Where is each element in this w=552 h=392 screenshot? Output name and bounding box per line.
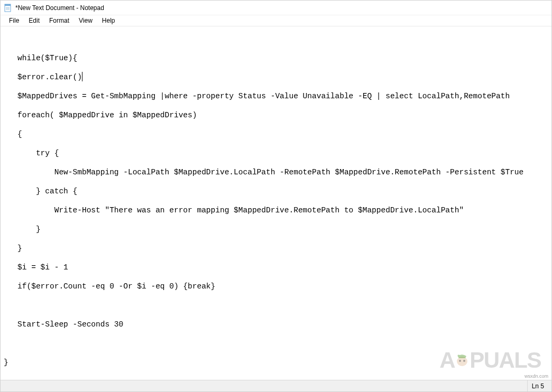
titlebar: *New Text Document - Notepad [1,1,551,15]
statusbar: Ln 5 [1,380,551,391]
code-line: $error.clear() [4,73,82,81]
menu-help[interactable]: Help [98,16,119,25]
text-caret [82,72,82,81]
menu-file[interactable]: File [5,16,23,25]
code-line: try { [4,149,59,157]
text-editor[interactable]: while($True){ $error.clear() $MappedDriv… [1,26,551,380]
code-line: while($True){ [4,54,77,62]
notepad-icon [4,4,12,12]
code-line: Start-Sleep -Seconds 30 [4,320,123,329]
menu-edit[interactable]: Edit [24,16,44,25]
menu-format[interactable]: Format [45,16,73,25]
code-line: } [4,244,22,253]
code-line: { [4,130,22,138]
menubar: File Edit Format View Help [1,15,551,26]
code-line: if($error.Count -eq 0 -Or $i -eq 0) {bre… [4,282,215,291]
editor-content[interactable]: while($True){ $error.clear() $MappedDriv… [4,49,548,372]
code-line: } [4,225,41,234]
code-line: } catch { [4,187,77,195]
menu-view[interactable]: View [75,16,97,25]
code-line: Write-Host "There was an error mapping $… [4,206,464,214]
svg-rect-1 [5,4,11,6]
window-title: *New Text Document - Notepad [15,4,104,12]
code-line: foreach( $MappedDrive in $MappedDrives) [4,111,197,119]
code-line: $i = $i - 1 [4,263,68,272]
code-line: New-SmbMapping -LocalPath $MappedDrive.L… [4,168,523,176]
status-position: Ln 5 [527,380,548,391]
code-line: $MappedDrives = Get-SmbMapping |where -p… [4,92,510,100]
code-line: } [4,358,8,367]
